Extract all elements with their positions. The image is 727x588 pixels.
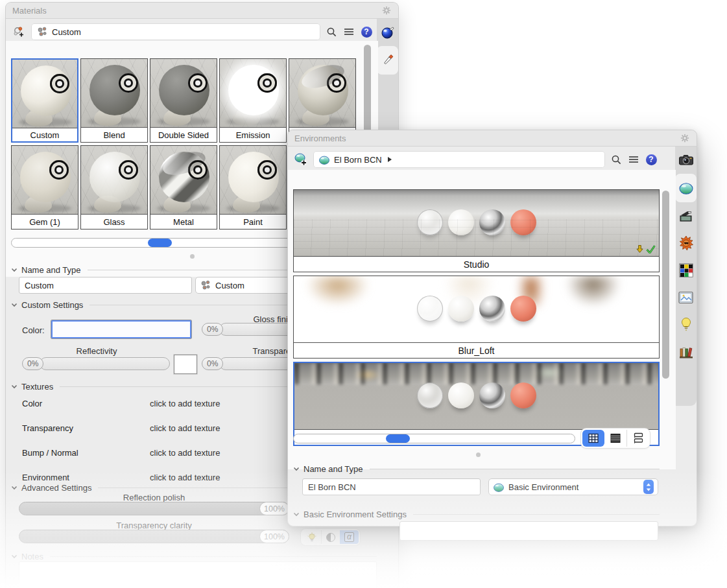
environment-name-input[interactable]: El Born BCN [302, 478, 481, 495]
help-icon[interactable]: ? [645, 153, 658, 166]
material-thumb[interactable]: Double Sided [150, 58, 217, 143]
material-thumb[interactable]: Custom [11, 58, 78, 143]
tab-sun[interactable] [675, 229, 697, 257]
environments-size-slider-handle[interactable] [386, 434, 410, 443]
check-icon[interactable] [646, 245, 656, 253]
tab-material-picker[interactable] [377, 46, 398, 75]
material-thumb[interactable]: Blend [80, 58, 148, 143]
color-label: Color: [22, 325, 52, 335]
white-sphere [448, 209, 474, 235]
color-well[interactable] [51, 320, 192, 339]
chevron-down-icon[interactable] [11, 303, 18, 308]
chevron-down-icon[interactable] [11, 486, 18, 491]
tab-material-editor[interactable] [377, 19, 398, 46]
preview-alpha-button[interactable]: α [340, 530, 359, 544]
preview-contrast-button[interactable] [321, 530, 340, 544]
material-thumb[interactable]: Metal [150, 145, 217, 229]
material-thumb-label: Blend [81, 127, 147, 142]
material-thumb-label: Double Sided [150, 127, 217, 142]
reflectivity-color-swatch[interactable] [174, 355, 197, 374]
gear-icon[interactable] [680, 134, 690, 143]
transparency-clarity-slider[interactable]: 100% [19, 530, 289, 543]
dropdown-stepper-icon[interactable] [643, 480, 654, 494]
coral-sphere [510, 296, 536, 322]
material-thumb[interactable]: Paint [219, 145, 287, 229]
material-name-input[interactable]: Custom [19, 277, 192, 294]
tab-lighting[interactable] [675, 311, 697, 338]
tab-backplate[interactable] [675, 284, 697, 311]
environment-name-value: El Born BCN [308, 482, 356, 492]
tab-library[interactable] [675, 338, 697, 366]
material-preview-image [12, 60, 77, 128]
chevron-down-icon[interactable] [11, 268, 18, 273]
help-icon[interactable]: ? [360, 25, 373, 38]
view-detail-button[interactable] [626, 430, 649, 447]
environments-titlebar[interactable]: Environments [288, 130, 697, 147]
chevron-down-icon[interactable] [293, 512, 300, 517]
chevron-down-icon[interactable] [11, 384, 18, 390]
environments-panel-title: Environments [294, 134, 346, 143]
section-title: Name and Type [304, 464, 363, 474]
menu-icon[interactable] [627, 153, 640, 166]
reflection-polish-slider[interactable]: 100% [19, 502, 289, 515]
tab-color-checker[interactable] [675, 257, 697, 284]
image-icon [678, 291, 693, 304]
tab-environment[interactable] [675, 174, 697, 202]
tab-postprocess[interactable] [675, 202, 697, 229]
sun-icon [678, 235, 694, 251]
view-grid-button[interactable] [582, 430, 604, 447]
view-list-button[interactable] [604, 430, 626, 447]
search-icon[interactable] [610, 153, 623, 166]
materials-size-slider-handle[interactable] [148, 239, 172, 247]
search-icon[interactable] [325, 25, 338, 38]
environments-thumb-size-slider[interactable] [293, 434, 575, 443]
notes-textarea[interactable] [19, 561, 377, 588]
shader-ball [89, 65, 140, 115]
gear-icon[interactable] [382, 6, 392, 16]
material-thumb-label: Gem (1) [12, 214, 78, 229]
material-thumb[interactable]: Glass [80, 145, 148, 229]
environment-category-field[interactable]: El Born BCN [313, 151, 605, 168]
tab-camera[interactable] [675, 147, 697, 174]
chevron-down-icon[interactable] [293, 467, 300, 472]
transparency-clarity-label: Transparency clarity [19, 521, 289, 530]
add-material-button[interactable] [11, 24, 27, 40]
material-thumb-label: Emission [220, 127, 286, 142]
material-thumb[interactable]: Gem (1) [11, 145, 78, 229]
environment-preview-image [294, 190, 659, 256]
material-molecule-icon [200, 279, 211, 291]
ball-logo [257, 160, 277, 180]
add-texture-link[interactable]: click to add texture [150, 448, 220, 458]
contrast-icon [326, 532, 336, 543]
gloss-value-pill: 0% [202, 323, 223, 336]
section-title: Textures [21, 382, 53, 392]
materials-resize-dot[interactable] [190, 254, 195, 259]
eyedropper-icon [381, 53, 395, 67]
environment-type-dropdown[interactable]: Basic Environment [488, 478, 658, 495]
preview-light-button[interactable] [302, 530, 321, 544]
reflectivity-slider[interactable]: 0% [22, 357, 170, 370]
material-thumb[interactable]: Emission [219, 58, 287, 143]
materials-titlebar[interactable]: Materials [6, 3, 398, 19]
menu-icon[interactable] [342, 25, 355, 38]
basic-environment-field[interactable] [399, 521, 658, 541]
reflectivity-track[interactable] [40, 357, 170, 370]
add-environment-button[interactable] [293, 152, 309, 167]
environments-scrollbar[interactable] [662, 191, 669, 379]
environment-item[interactable]: Studio [293, 189, 660, 272]
environment-item[interactable]: Blur_Loft [293, 276, 660, 359]
add-texture-link[interactable]: click to add texture [150, 399, 220, 408]
material-category-field[interactable]: Custom [31, 23, 320, 40]
add-texture-link[interactable]: click to add texture [150, 473, 220, 482]
glass-sphere [417, 209, 443, 235]
ball-logo [49, 160, 69, 180]
coral-sphere [510, 382, 536, 408]
add-texture-link[interactable]: click to add texture [150, 423, 220, 433]
chevron-down-icon[interactable] [11, 554, 18, 559]
download-arrow-icon[interactable] [636, 244, 643, 253]
material-preview-image [150, 146, 217, 214]
environments-resize-dot[interactable] [476, 453, 481, 457]
material-preview-image [81, 146, 147, 214]
environment-item-label: Blur_Loft [294, 342, 659, 358]
environment-item-label: Studio [294, 256, 659, 272]
